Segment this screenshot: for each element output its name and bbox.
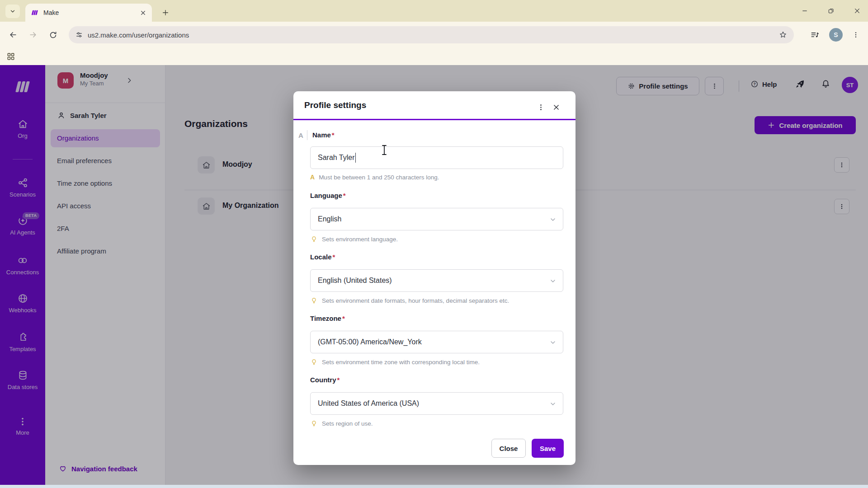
timezone-field-label: Timezone* [310, 314, 345, 322]
tab-close-icon[interactable] [140, 9, 146, 16]
close-icon [854, 7, 861, 14]
chevron-down-icon [549, 277, 557, 285]
tab-title: Make [43, 9, 140, 16]
kebab-menu-icon [537, 103, 545, 111]
text-caret [355, 153, 356, 163]
profile-settings-modal: Profile settings A Name* Sarah Tyler A M… [293, 91, 576, 465]
modal-close-button[interactable] [550, 101, 562, 113]
timezone-field-hint: Sets environment time zone with correspo… [310, 358, 480, 366]
forward-button[interactable] [25, 28, 41, 42]
media-playlist-icon[interactable] [807, 28, 822, 42]
tab-search-button[interactable] [5, 5, 20, 18]
new-tab-button[interactable] [159, 6, 172, 19]
language-field-hint: Sets environment language. [310, 235, 398, 243]
url-text[interactable]: us2.make.com/user/organizations [88, 31, 778, 39]
screen-bottom-strip [0, 485, 868, 488]
lightbulb-icon [310, 420, 318, 427]
chevron-down-icon [9, 8, 16, 14]
timezone-select[interactable]: (GMT-05:00) America/New_York [310, 331, 563, 353]
country-field-label: Country* [310, 376, 340, 384]
close-icon [552, 103, 560, 111]
forward-arrow-icon [28, 30, 38, 39]
text-type-icon: A [298, 131, 303, 139]
name-input[interactable]: Sarah Tyler [310, 146, 563, 169]
browser-tab-bar: Make [0, 0, 868, 22]
name-field-label: Name* [312, 131, 335, 139]
chevron-down-icon [549, 216, 557, 223]
kebab-menu-icon [852, 31, 859, 38]
modal-close-footer-button[interactable]: Close [491, 439, 526, 458]
window-minimize-button[interactable] [796, 5, 814, 17]
playlist-icon [810, 30, 819, 39]
reload-icon [49, 31, 57, 39]
bookmarks-bar [0, 48, 868, 65]
modal-menu-button[interactable] [535, 101, 547, 113]
country-field-hint: Sets region of use. [310, 420, 373, 427]
url-bar[interactable]: us2.make.com/user/organizations [69, 26, 794, 43]
browser-toolbar: us2.make.com/user/organizations S [0, 22, 868, 48]
minimize-icon [801, 7, 808, 14]
back-arrow-icon [9, 30, 18, 39]
name-type-indicator: A [298, 130, 307, 140]
locale-select[interactable]: English (United States) [310, 269, 563, 292]
language-select[interactable]: English [310, 208, 563, 230]
browser-profile-avatar[interactable]: S [829, 28, 843, 42]
chevron-down-icon [549, 339, 557, 346]
mouse-ibeam-cursor [381, 145, 387, 155]
locale-field-label: Locale* [310, 253, 335, 261]
modal-title: Profile settings [304, 100, 366, 110]
back-button[interactable] [5, 28, 21, 42]
country-select[interactable]: United States of America (USA) [310, 392, 563, 415]
language-field-label: Language* [310, 192, 346, 199]
window-close-button[interactable] [848, 5, 866, 17]
make-favicon [31, 9, 39, 17]
apps-grid-icon[interactable] [6, 52, 15, 61]
reload-button[interactable] [45, 28, 61, 42]
name-field-hint: A Must be between 1 and 250 characters l… [310, 174, 439, 181]
modal-header: Profile settings [293, 91, 576, 120]
modal-save-button[interactable]: Save [532, 439, 564, 458]
lightbulb-icon [310, 358, 318, 366]
screen: Make us2.make.com/user/organizations [0, 0, 868, 488]
restore-icon [827, 7, 835, 14]
warning-icon: A [310, 174, 315, 181]
browser-menu-button[interactable] [848, 28, 863, 42]
plus-icon [162, 9, 169, 16]
locale-field-hint: Sets environment date formats, hour form… [310, 297, 509, 305]
required-asterisk: * [332, 131, 335, 139]
bookmark-star-icon[interactable] [778, 30, 788, 39]
window-restore-button[interactable] [822, 5, 840, 17]
lightbulb-icon [310, 297, 318, 305]
browser-tab[interactable]: Make [25, 4, 152, 22]
lightbulb-icon [310, 235, 318, 243]
chevron-down-icon [549, 400, 557, 408]
site-info-icon[interactable] [75, 31, 83, 39]
